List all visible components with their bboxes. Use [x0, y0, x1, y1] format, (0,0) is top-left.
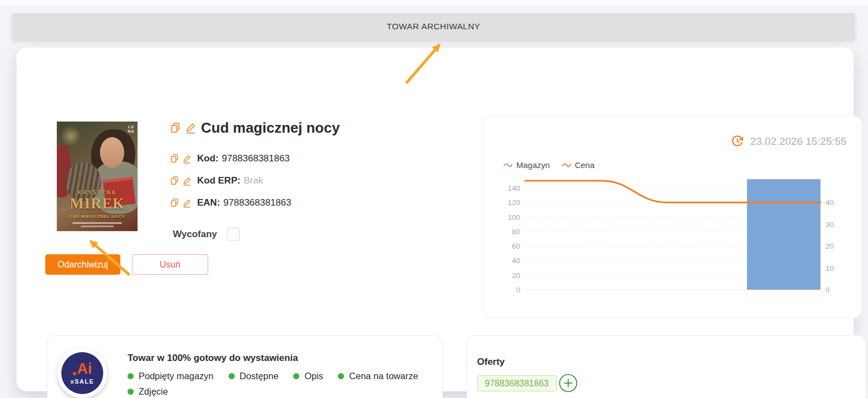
- readiness-title: Towar w 100% gotowy do wystawienia: [128, 353, 298, 364]
- archived-banner: TOWAR ARCHIWALNY: [12, 13, 855, 40]
- stock-price-chart: 020406080100120140010203040: [493, 174, 858, 302]
- legend-item-magazyn[interactable]: Magazyn: [504, 160, 550, 170]
- green-dot-icon: [229, 373, 235, 379]
- cover-lights: [61, 125, 80, 147]
- offer-chip[interactable]: 9788368381863: [477, 375, 557, 391]
- readiness-item: Dostępne: [229, 371, 279, 381]
- svg-text:0: 0: [825, 286, 830, 294]
- readiness-item: Podpięty magazyn: [128, 371, 214, 381]
- svg-text:20: 20: [512, 271, 520, 280]
- plus-circle-icon: [559, 374, 578, 392]
- svg-text:120: 120: [507, 198, 520, 207]
- archived-banner-text: TOWAR ARCHIWALNY: [387, 22, 480, 32]
- cover-title: CUD MAGICZNEJ NOCY: [57, 214, 137, 219]
- ai-logo-text: Ai: [73, 362, 92, 376]
- field-row-kod-erp: Kod ERP: Brak: [170, 175, 263, 186]
- svg-text:60: 60: [512, 242, 520, 250]
- field-row-kod: Kod: 9788368381863: [170, 153, 290, 164]
- readiness-item-label: Dostępne: [240, 371, 279, 381]
- offers-title: Oferty: [477, 357, 505, 368]
- book-cover-art: LUNA KRYSTYNA MIREK CUD MAGICZNEJ NOCY: [57, 122, 137, 231]
- field-label: Kod ERP:: [197, 175, 240, 186]
- ai-logo-dot: [73, 372, 76, 375]
- svg-text:100: 100: [507, 213, 520, 222]
- green-dot-icon: [293, 373, 299, 379]
- chart-legend: Magazyn Cena: [504, 160, 595, 170]
- edit-pencil-icon[interactable]: [182, 198, 192, 208]
- stock-price-chart-card: 23.02.2026 15:25:55 Magazyn Cena 0204060…: [483, 116, 862, 318]
- edit-pencil-icon[interactable]: [185, 122, 197, 134]
- readiness-item: Cena na towarze: [338, 371, 418, 381]
- withdrawn-row: Wycofany: [173, 228, 240, 240]
- svg-text:20: 20: [825, 242, 834, 250]
- legend-wave-icon: [562, 163, 571, 168]
- chart-timestamp-row: 23.02.2026 15:25:55: [731, 135, 846, 148]
- page-title: Cud magicznej nocy: [201, 119, 340, 137]
- svg-text:10: 10: [825, 264, 834, 273]
- cover-author-last: MIREK: [57, 195, 137, 212]
- field-value: 9788368381863: [224, 197, 292, 208]
- legend-label: Magazyn: [516, 160, 550, 170]
- cover-publisher: LUNA: [127, 125, 135, 134]
- add-offer-button[interactable]: [559, 374, 578, 392]
- svg-text:140: 140: [507, 184, 520, 192]
- offers-card: Oferty 9788368381863: [467, 335, 866, 398]
- ai-logo-letters: Ai: [77, 362, 92, 376]
- edit-pencil-icon[interactable]: [182, 154, 192, 164]
- legend-label: Cena: [575, 160, 595, 170]
- copy-icon[interactable]: [170, 122, 181, 134]
- delete-button[interactable]: Usuń: [132, 254, 208, 275]
- svg-text:80: 80: [512, 228, 520, 236]
- product-image[interactable]: LUNA KRYSTYNA MIREK CUD MAGICZNEJ NOCY: [56, 121, 138, 232]
- svg-text:40: 40: [825, 198, 834, 207]
- unarchive-button[interactable]: Odarchiwizuj: [45, 254, 120, 275]
- edit-pencil-icon[interactable]: [182, 176, 192, 186]
- svg-text:30: 30: [825, 221, 834, 229]
- copy-icon[interactable]: [170, 176, 179, 186]
- green-dot-icon: [128, 389, 134, 395]
- svg-text:0: 0: [516, 286, 520, 294]
- green-dot-icon: [338, 373, 344, 379]
- svg-text:40: 40: [512, 256, 520, 265]
- field-row-ean: EAN: 9788368381863: [170, 197, 291, 208]
- readiness-item-label: Cena na towarze: [349, 371, 418, 381]
- field-label: Kod:: [197, 153, 219, 164]
- product-title-row: Cud magicznej nocy: [170, 119, 340, 137]
- field-label: EAN:: [197, 197, 220, 208]
- product-card: LUNA KRYSTYNA MIREK CUD MAGICZNEJ NOCY C…: [17, 48, 854, 391]
- field-value: Brak: [244, 175, 263, 186]
- readiness-item-label: Zdjęcie: [139, 386, 168, 397]
- withdrawn-checkbox[interactable]: [227, 228, 240, 240]
- readiness-item: Opis: [293, 371, 323, 381]
- xsale-ai-logo: Ai xSALE: [57, 348, 107, 398]
- readiness-item: Zdjęcie: [128, 386, 168, 397]
- xsale-ai-logo-circle: Ai xSALE: [61, 352, 103, 394]
- legend-item-cena[interactable]: Cena: [562, 160, 595, 170]
- readiness-card: Ai xSALE Towar w 100% gotowy do wystawie…: [47, 335, 443, 398]
- cover-tagline-bar: [72, 222, 122, 224]
- readiness-item-label: Opis: [304, 371, 323, 381]
- field-value: 9788368381863: [222, 153, 290, 164]
- cover-tagline-bar: [81, 226, 114, 227]
- xsale-logo-text: xSALE: [71, 378, 94, 385]
- copy-icon[interactable]: [170, 198, 179, 208]
- history-clock-icon: [731, 135, 744, 148]
- withdrawn-label: Wycofany: [173, 229, 217, 240]
- legend-wave-icon: [504, 163, 512, 168]
- readiness-checklist: Podpięty magazyn Dostępne Opis Cena na t…: [128, 371, 436, 397]
- green-dot-icon: [128, 373, 134, 379]
- chart-timestamp: 23.02.2026 15:25:55: [750, 135, 846, 148]
- readiness-item-label: Podpięty magazyn: [139, 371, 214, 381]
- cover-face: [100, 137, 124, 168]
- copy-icon[interactable]: [170, 154, 179, 164]
